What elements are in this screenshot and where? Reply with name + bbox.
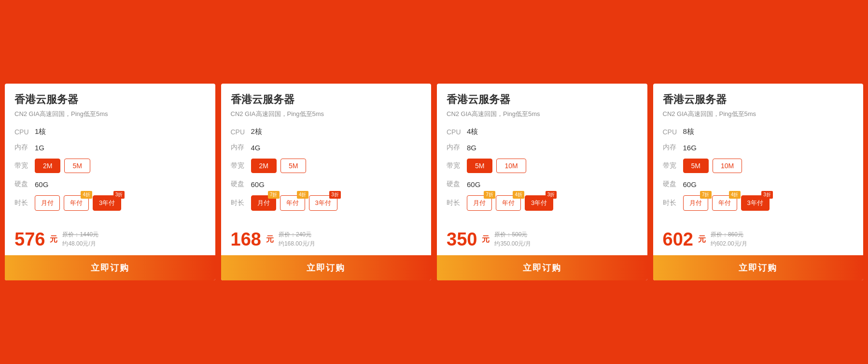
card-1-bw-option-1[interactable]: 5M	[64, 159, 90, 173]
card-3-disk-label: 硬盘	[447, 180, 467, 189]
card-2-spec-0: CPU2核	[231, 127, 422, 136]
card-1-spec-0-value: 1核	[35, 127, 46, 136]
card-3-bw-option-1[interactable]: 10M	[496, 159, 526, 173]
card-4-bw-option-1[interactable]: 10M	[713, 159, 742, 173]
card-2-disk-row: 硬盘60G	[231, 180, 422, 189]
card-2-spec-1-label: 内存	[231, 143, 251, 152]
card-3-dur-badge-0: 7折	[484, 191, 495, 199]
card-4-subtitle: CN2 GIA高速回国，Ping低至5ms	[663, 110, 854, 118]
card-2-bandwidth-label: 带宽	[231, 161, 251, 170]
card-3-spec-0-value: 4核	[467, 127, 478, 136]
card-4-monthly-price: 约602.00元/月	[711, 240, 747, 248]
card-3: 香港云服务器CN2 GIA高速回国，Ping低至5msCPU4核内存8G带宽5M…	[437, 84, 647, 280]
card-4-disk-value: 60G	[683, 180, 697, 189]
card-1-spec-1-label: 内存	[14, 143, 35, 152]
card-2-dur-badge-0: 7折	[268, 191, 280, 199]
card-3-title: 香港云服务器	[447, 92, 638, 107]
card-3-spec-0-label: CPU	[447, 128, 467, 136]
card-3-bw-option-0[interactable]: 5M	[467, 159, 492, 173]
card-3-dur-badge-1: 4折	[513, 191, 524, 199]
card-3-price-section: 350元原价：500元约350.00元/月	[437, 225, 647, 255]
card-3-price-unit: 元	[482, 234, 490, 245]
card-3-order-button[interactable]: 立即订购	[444, 262, 641, 274]
card-4-duration-row: 时长月付7折年付4折3年付3折	[663, 195, 854, 211]
card-1-dur-option-2[interactable]: 3年付3折	[93, 195, 121, 211]
card-4-spec-0-value: 8核	[683, 127, 694, 136]
card-4-spec-1-label: 内存	[663, 143, 683, 152]
card-3-dur-option-2[interactable]: 3年付3折	[525, 195, 553, 211]
card-1-duration-label: 时长	[14, 199, 35, 207]
card-4-bandwidth-row: 带宽5M10M	[663, 159, 854, 173]
card-2-duration-label: 时长	[231, 199, 251, 207]
card-1-bandwidth-row: 带宽2M5M	[14, 159, 206, 173]
card-2-footer[interactable]: 立即订购	[221, 255, 432, 280]
card-2-spec-0-label: CPU	[231, 128, 251, 136]
card-3-dur-option-0[interactable]: 月付7折	[467, 195, 492, 211]
card-1-original-price: 原价：1440元	[62, 231, 98, 239]
card-1-monthly-price: 约48.00元/月	[62, 240, 98, 248]
card-3-subtitle: CN2 GIA高速回国，Ping低至5ms	[447, 110, 638, 118]
card-3-price: 350	[447, 230, 477, 248]
card-1-order-button[interactable]: 立即订购	[12, 262, 209, 274]
card-4-order-button[interactable]: 立即订购	[660, 262, 857, 274]
card-4-footer[interactable]: 立即订购	[653, 255, 864, 280]
card-1: 香港云服务器CN2 GIA高速回国，Ping低至5msCPU1核内存1G带宽2M…	[5, 84, 215, 280]
card-1-dur-option-1[interactable]: 年付4折	[64, 195, 89, 211]
card-2-dur-badge-1: 4折	[297, 191, 308, 199]
card-2: 香港云服务器CN2 GIA高速回国，Ping低至5msCPU2核内存4G带宽2M…	[221, 84, 432, 280]
card-4-bw-option-0[interactable]: 5M	[683, 159, 709, 173]
card-2-spec-1: 内存4G	[231, 143, 422, 152]
card-2-duration-row: 时长月付7折年付4折3年付3折	[231, 195, 422, 211]
card-3-bandwidth-label: 带宽	[447, 161, 467, 170]
card-2-dur-option-0[interactable]: 月付7折	[251, 195, 276, 211]
card-2-dur-option-2[interactable]: 3年付3折	[309, 195, 337, 211]
card-3-spec-1-label: 内存	[447, 143, 467, 152]
card-4-dur-badge-0: 7折	[700, 191, 712, 199]
card-1-footer[interactable]: 立即订购	[5, 255, 215, 280]
card-2-subtitle: CN2 GIA高速回国，Ping低至5ms	[231, 110, 422, 118]
card-4-spec-1: 内存16G	[663, 143, 854, 152]
card-3-duration-label: 时长	[447, 199, 467, 207]
card-2-bandwidth-row: 带宽2M5M	[231, 159, 422, 173]
card-2-price: 168	[231, 230, 261, 248]
card-2-price-section: 168元原价：240元约168.00元/月	[221, 225, 432, 255]
card-1-spec-1-value: 1G	[35, 144, 44, 152]
card-4-spec-0-label: CPU	[663, 128, 683, 136]
card-3-duration-row: 时长月付7折年付4折3年付3折	[447, 195, 638, 211]
card-4-dur-option-0[interactable]: 月付7折	[683, 195, 708, 211]
card-1-dur-option-0[interactable]: 月付	[35, 195, 60, 211]
card-2-dur-option-1[interactable]: 年付4折	[280, 195, 305, 211]
card-4-price-unit: 元	[698, 234, 706, 245]
card-2-order-button[interactable]: 立即订购	[228, 262, 425, 274]
card-1-spec-0-label: CPU	[14, 128, 35, 136]
card-2-spec-1-value: 4G	[251, 144, 261, 152]
card-1-disk-label: 硬盘	[14, 180, 35, 189]
card-2-bw-option-1[interactable]: 5M	[280, 159, 306, 173]
card-3-footer[interactable]: 立即订购	[437, 255, 647, 280]
card-2-original-price: 原价：240元	[279, 231, 315, 239]
card-1-disk-value: 60G	[35, 180, 48, 189]
card-4-title: 香港云服务器	[663, 92, 854, 107]
card-3-dur-option-1[interactable]: 年付4折	[496, 195, 521, 211]
card-3-spec-1: 内存8G	[447, 143, 638, 152]
card-1-disk-row: 硬盘60G	[14, 180, 206, 189]
card-1-bw-option-0[interactable]: 2M	[35, 159, 60, 173]
card-3-dur-badge-2: 3折	[546, 191, 557, 199]
card-4-duration-label: 时长	[663, 199, 683, 207]
card-1-spec-1: 内存1G	[14, 143, 206, 152]
card-2-bw-option-0[interactable]: 2M	[251, 159, 277, 173]
card-4-original-price: 原价：860元	[711, 231, 747, 239]
card-4-dur-badge-1: 4折	[729, 191, 741, 199]
card-3-bandwidth-row: 带宽5M10M	[447, 159, 638, 173]
card-4-dur-option-2[interactable]: 3年付3折	[741, 195, 770, 211]
card-1-price: 576	[14, 230, 45, 248]
card-2-price-unit: 元	[266, 234, 274, 245]
card-4-disk-label: 硬盘	[663, 180, 683, 189]
card-3-spec-0: CPU4核	[447, 127, 638, 136]
card-2-title: 香港云服务器	[231, 92, 422, 107]
card-4-dur-option-1[interactable]: 年付4折	[712, 195, 737, 211]
card-3-disk-row: 硬盘60G	[447, 180, 638, 189]
card-1-dur-badge-2: 3折	[113, 191, 125, 199]
card-1-subtitle: CN2 GIA高速回国，Ping低至5ms	[14, 110, 206, 118]
card-3-disk-value: 60G	[467, 180, 480, 189]
